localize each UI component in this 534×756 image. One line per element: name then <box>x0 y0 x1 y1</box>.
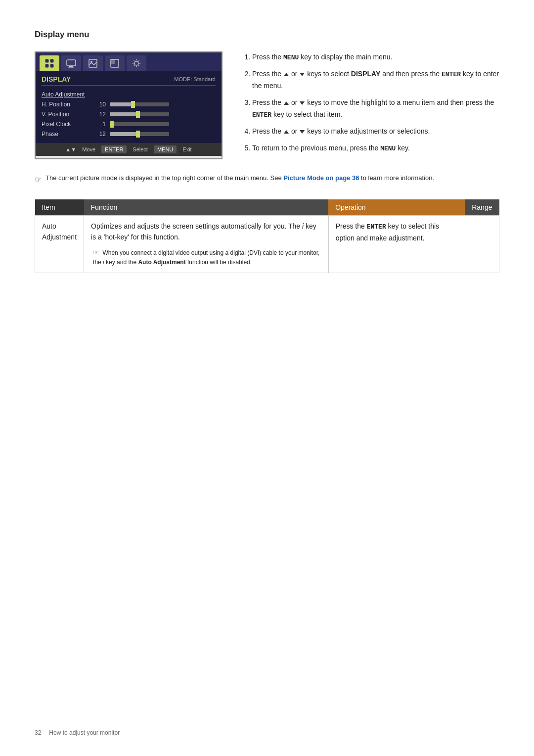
vposition-value: 12 <box>91 111 106 118</box>
inst3-prefix: Press the <box>252 98 283 106</box>
monitor-tab-5[interactable] <box>127 55 146 71</box>
col-header-function: Function <box>84 199 329 216</box>
monitor-auto-adjustment[interactable]: Auto Adjustment <box>42 90 216 99</box>
page-footer: 32 How to adjust your monitor <box>35 729 120 736</box>
inst4-text: keys to make adjustments or selections. <box>307 127 430 135</box>
arrow-up-icon-3 <box>284 101 289 105</box>
function-main-text: Optimizes and adjusts the screen setting… <box>91 222 316 241</box>
pixelclock-bar <box>110 122 216 126</box>
phase-bar <box>110 132 216 136</box>
col-header-operation: Operation <box>328 199 465 216</box>
select-label: Select <box>133 146 148 152</box>
instruction-1: Press the MENU key to display the main m… <box>252 51 499 63</box>
note-box: ☞ The current picture mode is displayed … <box>35 173 499 186</box>
monitor-content: DISPLAY MODE: Standard Auto Adjustment H… <box>36 71 222 143</box>
exit-label: Exit <box>182 146 191 152</box>
monitor-display-title: DISPLAY <box>42 75 71 83</box>
monitor-tab-1[interactable] <box>40 55 59 71</box>
svg-rect-10 <box>111 59 115 64</box>
inst2-or: or <box>291 70 299 78</box>
data-table: Item Function Operation Range AutoAdjust… <box>35 199 499 273</box>
sub-note-icon: ☞ <box>93 249 99 256</box>
function-sub-note: ☞ When you connect a digital video outpu… <box>91 248 321 268</box>
note-icon: ☞ <box>35 174 42 186</box>
arrow-down-icon-2 <box>300 73 305 76</box>
top-section: DISPLAY MODE: Standard Auto Adjustment H… <box>35 51 499 159</box>
enter-key-label: ENTER <box>367 223 386 231</box>
instruction-4: Press the or keys to make adjustments or… <box>252 126 499 138</box>
col-header-range: Range <box>465 199 499 216</box>
monitor-tab-3[interactable] <box>83 55 103 71</box>
inst2-prefix: Press the <box>252 70 283 78</box>
vposition-label: V. Position <box>42 111 91 118</box>
vposition-bar <box>110 112 216 116</box>
arrow-down-icon-3 <box>300 101 305 105</box>
hposition-label: H. Position <box>42 101 91 108</box>
svg-rect-3 <box>50 64 53 67</box>
monitor-row-vposition: V. Position 12 <box>42 109 216 119</box>
pixelclock-value: 1 <box>91 121 106 128</box>
svg-rect-0 <box>45 59 48 62</box>
svg-rect-5 <box>69 66 73 67</box>
inst1-prefix: Press the <box>252 53 283 61</box>
monitor-footer: ▲▼ Move ENTER Select MENU Exit <box>36 143 222 156</box>
instruction-3: Press the or keys to move the highlight … <box>252 97 499 121</box>
svg-rect-1 <box>50 59 53 62</box>
move-btn-icon: ▲▼ <box>65 146 76 152</box>
svg-point-11 <box>134 61 138 65</box>
page-title: Display menu <box>35 30 499 40</box>
footer-text: How to adjust your monitor <box>49 729 120 736</box>
menu-btn[interactable]: MENU <box>154 145 177 153</box>
monitor-row-phase: Phase 12 <box>42 129 216 139</box>
inst5-text: To return to the previous menu, press th… <box>252 144 410 152</box>
pixelclock-label: Pixel Clock <box>42 121 91 128</box>
svg-rect-2 <box>45 64 48 67</box>
cell-range <box>465 215 499 273</box>
arrow-up-icon-2 <box>284 73 289 76</box>
arrow-up-icon-4 <box>284 130 289 134</box>
note-text: The current picture mode is displayed in… <box>45 173 434 183</box>
cell-function: Optimizes and adjusts the screen setting… <box>84 215 329 273</box>
footer-page-num: 32 <box>35 729 41 736</box>
inst1-suffix: key to display the main menu. <box>299 53 392 61</box>
cell-item: AutoAdjustment <box>35 215 84 273</box>
phase-value: 12 <box>91 131 106 138</box>
cell-operation: Press the ENTER key to select this optio… <box>328 215 465 273</box>
monitor-mode: MODE: Standard <box>174 76 216 82</box>
instructions-list: Press the MENU key to display the main m… <box>242 51 499 159</box>
table-row: AutoAdjustment Optimizes and adjusts the… <box>35 215 499 273</box>
inst3-or: or <box>291 98 299 106</box>
monitor-row-pixelclock: Pixel Clock 1 <box>42 119 216 129</box>
instruction-5: To return to the previous menu, press th… <box>252 142 499 154</box>
instruction-2: Press the or keys to select DISPLAY and … <box>252 68 499 92</box>
enter-btn[interactable]: ENTER <box>101 145 127 153</box>
svg-rect-4 <box>67 60 76 66</box>
monitor-mockup: DISPLAY MODE: Standard Auto Adjustment H… <box>35 51 222 159</box>
hposition-bar <box>110 102 216 106</box>
inst4-or: or <box>291 127 299 135</box>
inst2-text: keys to select DISPLAY and then press th… <box>252 70 499 90</box>
col-header-item: Item <box>35 199 84 216</box>
monitor-header: DISPLAY MODE: Standard <box>42 75 216 86</box>
inst4-prefix: Press the <box>252 127 283 135</box>
note-link[interactable]: Picture Mode on page 36 <box>283 174 359 182</box>
monitor-tabs <box>36 52 222 71</box>
hposition-value: 10 <box>91 101 106 108</box>
phase-label: Phase <box>42 131 91 138</box>
arrow-down-icon-4 <box>300 130 305 134</box>
inst1-key: MENU <box>283 54 299 61</box>
svg-rect-6 <box>68 67 74 68</box>
monitor-row-hposition: H. Position 10 <box>42 99 216 109</box>
monitor-tab-2[interactable] <box>61 55 81 71</box>
monitor-tab-4[interactable] <box>105 55 125 71</box>
move-label: Move <box>82 146 95 152</box>
